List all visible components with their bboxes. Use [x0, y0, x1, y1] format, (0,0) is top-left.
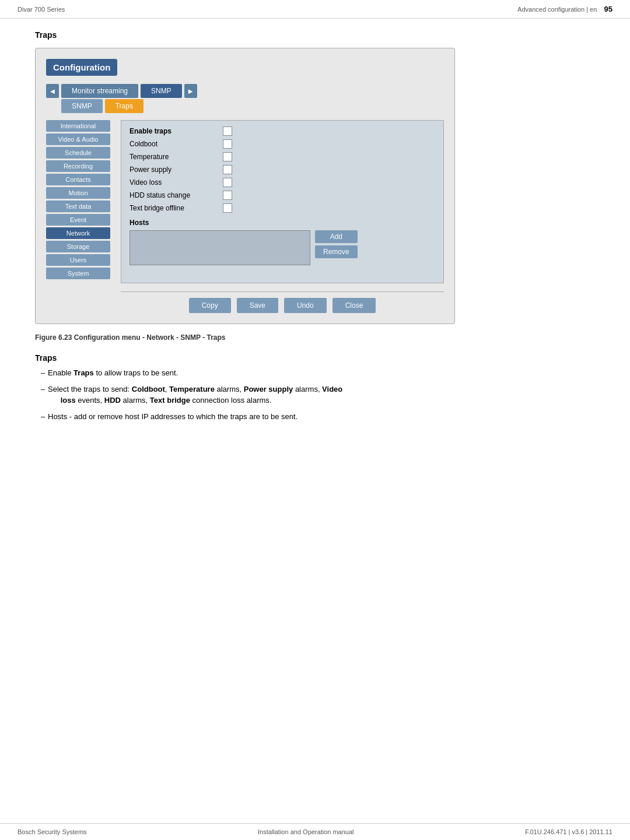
sidebar-item-contacts[interactable]: Contacts: [46, 174, 110, 185]
page-header: Divar 700 Series Advanced configuration …: [0, 0, 630, 19]
sidebar-item-event[interactable]: Event: [46, 214, 110, 226]
config-panel: Configuration ◄ Monitor streaming SNMP ►…: [35, 48, 455, 324]
figure-number: Figure 6.23 Configuration menu - Network…: [35, 333, 226, 342]
text-bridge-checkbox[interactable]: [223, 203, 232, 213]
hosts-area: Add Remove: [130, 230, 435, 265]
next-arrow-button[interactable]: ►: [184, 84, 197, 98]
hdd-status-checkbox[interactable]: [223, 191, 232, 200]
save-button[interactable]: Save: [237, 298, 278, 313]
sidebar-item-video-audio[interactable]: Video & Audio: [46, 133, 110, 145]
footer-center: Installation and Operation manual: [258, 828, 354, 835]
enable-traps-label: Enable traps: [130, 127, 223, 135]
snmp-tab[interactable]: SNMP: [141, 84, 182, 98]
config-body: International Video & Audio Schedule Rec…: [46, 120, 444, 313]
description-section: Traps Enable Traps to allow traps to be …: [35, 353, 595, 422]
sidebar-item-international[interactable]: International: [46, 120, 110, 132]
video-loss-checkbox[interactable]: [223, 178, 232, 187]
coldboot-label: Coldboot: [130, 140, 223, 148]
temperature-checkbox[interactable]: [223, 152, 232, 161]
desc-list: Enable Traps to allow traps to be sent. …: [35, 367, 595, 422]
sidebar-item-storage[interactable]: Storage: [46, 241, 110, 252]
footer-right: F.01U.246.471 | v3.6 | 2011.11: [525, 828, 612, 835]
desc-title: Traps: [35, 353, 595, 363]
header-right: Advanced configuration | en 95: [517, 5, 612, 13]
add-host-button[interactable]: Add: [315, 230, 358, 243]
sidebar-item-recording[interactable]: Recording: [46, 160, 110, 172]
desc-bold-temperature: Temperature: [169, 385, 215, 393]
header-left: Divar 700 Series: [18, 6, 65, 13]
hosts-label: Hosts: [130, 219, 435, 227]
desc-bold-power: Power supply: [244, 385, 293, 393]
desc-bold-traps: Traps: [74, 368, 94, 377]
hosts-list[interactable]: [130, 230, 310, 265]
copy-button[interactable]: Copy: [189, 298, 231, 313]
temperature-row: Temperature: [130, 152, 435, 161]
power-supply-label: Power supply: [130, 166, 223, 174]
video-loss-label: Video loss: [130, 178, 223, 187]
undo-button[interactable]: Undo: [284, 298, 327, 313]
close-button[interactable]: Close: [332, 298, 376, 313]
hosts-buttons: Add Remove: [315, 230, 358, 258]
hdd-status-label: HDD status change: [130, 191, 223, 199]
enable-traps-checkbox[interactable]: [223, 126, 232, 136]
prev-arrow-button[interactable]: ◄: [46, 84, 59, 98]
text-bridge-label: Text bridge offline: [130, 204, 223, 212]
figure-caption: Figure 6.23 Configuration menu - Network…: [35, 333, 595, 342]
nav-tabs-row2: SNMP Traps: [46, 99, 444, 113]
config-panel-title: Configuration: [46, 59, 117, 76]
desc-bold-textbridge: Text bridge: [150, 396, 190, 405]
sidebar-item-users[interactable]: Users: [46, 254, 110, 266]
main-content: Traps Configuration ◄ Monitor streaming …: [0, 19, 630, 438]
main-traps-panel: Enable traps Coldboot Temperature: [121, 120, 444, 313]
video-loss-row: Video loss: [130, 178, 435, 187]
desc-item-1: Enable Traps to allow traps to be sent.: [41, 367, 595, 379]
power-supply-checkbox[interactable]: [223, 165, 232, 174]
text-bridge-row: Text bridge offline: [130, 203, 435, 213]
nav-tabs-row1: ◄ Monitor streaming SNMP ►: [46, 84, 444, 98]
desc-item-2: Select the traps to send: Coldboot, Temp…: [41, 384, 595, 406]
section-title: Traps: [35, 30, 595, 40]
desc-bold-hdd: HDD: [104, 396, 121, 405]
power-supply-row: Power supply: [130, 165, 435, 174]
traps-form: Enable traps Coldboot Temperature: [121, 120, 444, 283]
temperature-label: Temperature: [130, 153, 223, 161]
sidebar-item-motion[interactable]: Motion: [46, 187, 110, 199]
enable-traps-row: Enable traps: [130, 126, 435, 136]
sidebar-item-schedule[interactable]: Schedule: [46, 147, 110, 159]
bottom-buttons: Copy Save Undo Close: [121, 291, 444, 313]
desc-bold-coldboot: Coldboot: [132, 385, 165, 393]
sidebar-item-network[interactable]: Network: [46, 227, 110, 239]
hosts-section: Hosts Add Remove: [130, 219, 435, 265]
sidebar-item-system[interactable]: System: [46, 268, 110, 279]
traps-sub-tab[interactable]: Traps: [105, 99, 144, 113]
coldboot-row: Coldboot: [130, 139, 435, 149]
sidebar-item-textdata[interactable]: Text data: [46, 201, 110, 212]
coldboot-checkbox[interactable]: [223, 139, 232, 149]
page-footer: Bosch Security Systems Installation and …: [0, 823, 630, 840]
monitor-streaming-tab[interactable]: Monitor streaming: [61, 84, 138, 98]
sidebar-menu: International Video & Audio Schedule Rec…: [46, 120, 110, 313]
footer-left: Bosch Security Systems: [18, 828, 87, 835]
remove-host-button[interactable]: Remove: [315, 245, 358, 258]
snmp-sub-tab[interactable]: SNMP: [61, 99, 103, 113]
desc-item-3: Hosts - add or remove host IP addresses …: [41, 411, 595, 423]
hdd-status-row: HDD status change: [130, 191, 435, 200]
